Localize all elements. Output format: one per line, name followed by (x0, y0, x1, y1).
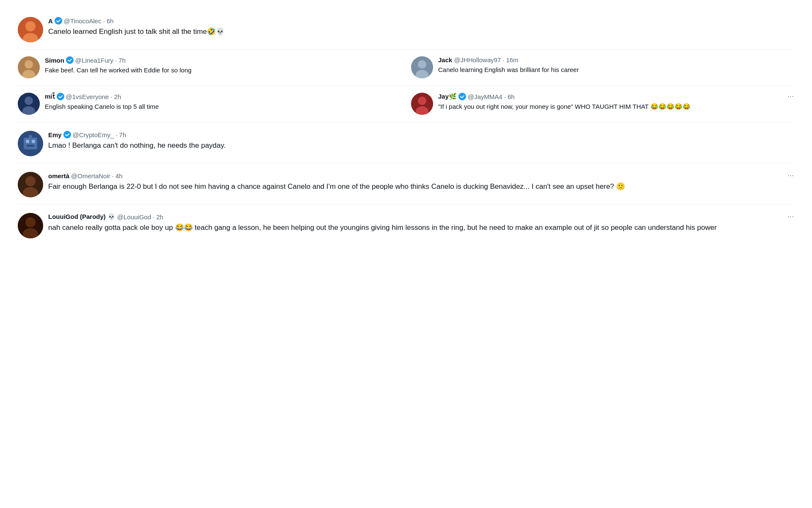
display-name: Jack (438, 56, 452, 64)
svg-point-18 (458, 93, 466, 100)
handle: @JayMMA4 (468, 93, 502, 100)
tweet-header: LouuiGod (Parody) 💀 @LouuiGod · 2h ··· (48, 213, 794, 221)
two-col-row-2: mit̃ @1vsEveryone · 2h English speaking … (13, 86, 799, 122)
handle: @TinocoAlec (64, 17, 102, 25)
tweet-text: nah canelo really gotta pack ole boy up … (48, 222, 794, 233)
tweet-jack: Jack @JHHolloway97 · 16m Canelo learning… (406, 50, 799, 86)
display-name: mit̃ (45, 93, 55, 100)
tweet-omerta-content: omertà @OmertaNoir · 4h ··· Fair enough … (48, 172, 794, 197)
verified-badge (63, 131, 71, 138)
avatar (18, 56, 40, 78)
avatar (18, 131, 43, 156)
tweet-simon: Simon @Linea1Fury · 7h Fake beef. Can te… (13, 50, 406, 86)
tweet-header: mit̃ @1vsEveryone · 2h (45, 93, 401, 100)
display-name: Jay🌿 (438, 93, 457, 100)
tweet-jay-content: Jay🌿 @JayMMA4 · 6h ··· "If i pack you ou… (438, 93, 794, 115)
handle: @CryptoEmy_ (73, 131, 114, 138)
separator: · (103, 17, 105, 25)
tweet-text: Canelo learned English just to talk shit… (48, 26, 794, 37)
verified-badge (57, 93, 64, 100)
verified-badge (55, 17, 62, 25)
display-name: omertà (48, 172, 69, 179)
separator: · (504, 93, 506, 100)
separator: · (112, 172, 114, 179)
svg-point-25 (63, 131, 71, 138)
tweet-emy: Emy @CryptoEmy_ · 7h Lmao ! Berlanga can… (13, 122, 799, 163)
svg-point-5 (25, 60, 33, 69)
handle: @OmertaNoir (71, 172, 110, 179)
svg-point-12 (25, 97, 33, 105)
tweet-mit-content: mit̃ @1vsEveryone · 2h English speaking … (45, 93, 401, 115)
tweets-feed: A @TinocoAlec · 6h Canelo learned Englis… (13, 8, 799, 245)
separator: · (115, 131, 117, 138)
avatar (18, 172, 43, 197)
verified-badge (458, 93, 466, 100)
separator: · (153, 213, 154, 221)
avatar (411, 56, 433, 78)
tweet-louui-content: LouuiGod (Parody) 💀 @LouuiGod · 2h ··· n… (48, 213, 794, 238)
tweet-emy-content: Emy @CryptoEmy_ · 7h Lmao ! Berlanga can… (48, 131, 794, 156)
timestamp: 7h (119, 131, 126, 138)
tweet-header: Simon @Linea1Fury · 7h (45, 56, 401, 64)
tweet-mit: mit̃ @1vsEveryone · 2h English speaking … (13, 86, 406, 122)
svg-rect-23 (27, 145, 34, 146)
svg-point-30 (25, 217, 36, 227)
display-name: A (48, 17, 53, 25)
svg-rect-20 (24, 138, 37, 149)
handle: @Linea1Fury (75, 57, 113, 64)
separator: · (502, 56, 504, 64)
two-col-row-1: Simon @Linea1Fury · 7h Fake beef. Can te… (13, 50, 799, 86)
display-name: LouuiGod (Parody) 💀 (48, 213, 115, 221)
avatar (411, 93, 433, 115)
timestamp: 6h (107, 17, 114, 25)
display-name: Simon (45, 57, 64, 64)
more-options-button[interactable]: ··· (787, 213, 794, 221)
tweet-louui: LouuiGod (Parody) 💀 @LouuiGod · 2h ··· n… (13, 204, 799, 245)
svg-point-27 (25, 176, 36, 186)
tweet-text: "If i pack you out right now, your money… (438, 102, 794, 112)
handle: @JHHolloway97 (454, 56, 501, 64)
tweet-jay: Jay🌿 @JayMMA4 · 6h ··· "If i pack you ou… (406, 86, 799, 122)
timestamp: 16m (506, 56, 518, 64)
tweet-header: Emy @CryptoEmy_ · 7h (48, 131, 794, 138)
display-name: Emy (48, 131, 62, 138)
svg-point-9 (418, 60, 426, 69)
svg-point-1 (25, 21, 36, 31)
tweet-header: Jack @JHHolloway97 · 16m (438, 56, 794, 64)
svg-point-7 (66, 56, 74, 64)
tweet-header: Jay🌿 @JayMMA4 · 6h ··· (438, 93, 794, 100)
separator: · (115, 57, 117, 64)
tweet-a-content: A @TinocoAlec · 6h Canelo learned Englis… (48, 17, 794, 42)
tweet-simon-content: Simon @Linea1Fury · 7h Fake beef. Can te… (45, 56, 401, 78)
avatar (18, 93, 40, 115)
tweet-text: Fair enough Berlanga is 22-0 but I do no… (48, 181, 794, 192)
tweet-text: English speaking Canelo is top 5 all tim… (45, 102, 401, 112)
handle: @1vsEveryone (66, 93, 109, 100)
tweet-a: A @TinocoAlec · 6h Canelo learned Englis… (13, 8, 799, 49)
timestamp: 2h (156, 213, 163, 221)
tweet-header: omertà @OmertaNoir · 4h ··· (48, 172, 794, 179)
svg-rect-21 (26, 140, 29, 143)
verified-badge (66, 56, 74, 64)
separator: · (110, 93, 112, 100)
avatar (18, 213, 43, 238)
svg-rect-24 (29, 135, 32, 138)
more-options-button[interactable]: ··· (787, 93, 794, 100)
tweet-jack-content: Jack @JHHolloway97 · 16m Canelo learning… (438, 56, 794, 78)
handle: @LouuiGod (117, 213, 151, 221)
more-options-button[interactable]: ··· (787, 172, 794, 179)
tweet-header: A @TinocoAlec · 6h (48, 17, 794, 25)
tweet-text: Fake beef. Can tell he worked with Eddie… (45, 66, 401, 75)
tweet-text: Lmao ! Berlanga can't do nothing, he nee… (48, 140, 794, 151)
timestamp: 2h (114, 93, 121, 100)
svg-point-14 (57, 93, 64, 100)
svg-point-3 (55, 17, 62, 25)
timestamp: 6h (508, 93, 515, 100)
svg-point-16 (418, 97, 426, 105)
avatar (18, 17, 43, 42)
timestamp: 7h (118, 57, 126, 64)
timestamp: 4h (115, 172, 123, 179)
tweet-omerta: omertà @OmertaNoir · 4h ··· Fair enough … (13, 163, 799, 204)
svg-rect-22 (32, 140, 35, 143)
tweet-text: Canelo learning English was brilliant fo… (438, 65, 794, 75)
